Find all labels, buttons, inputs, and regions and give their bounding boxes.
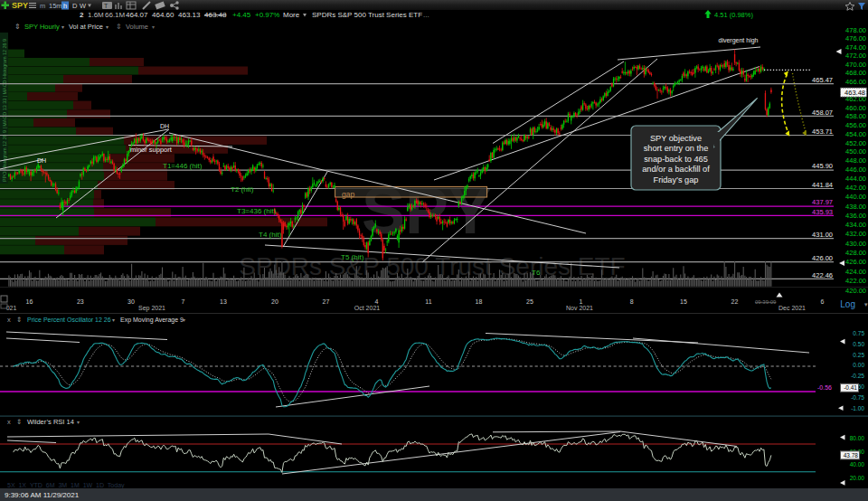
svg-text:short entry on the: short entry on the bbox=[644, 144, 709, 153]
svg-text:15: 15 bbox=[680, 298, 687, 305]
svg-text:15m: 15m bbox=[49, 2, 62, 10]
svg-text:472.00: 472.00 bbox=[845, 52, 866, 60]
svg-text:Oct 2021: Oct 2021 bbox=[354, 305, 381, 311]
svg-text:448.00: 448.00 bbox=[845, 156, 866, 165]
svg-text:minor support: minor support bbox=[130, 146, 173, 154]
svg-text:⇕: ⇕ bbox=[14, 23, 21, 31]
svg-text:422.00: 422.00 bbox=[845, 277, 866, 285]
svg-text:Vol at Price: Vol at Price bbox=[69, 23, 103, 31]
svg-text:0.25: 0.25 bbox=[853, 352, 864, 358]
svg-text:464.07: 464.07 bbox=[126, 11, 148, 19]
svg-text:478.00: 478.00 bbox=[845, 26, 866, 34]
svg-text:16: 16 bbox=[26, 298, 33, 305]
svg-text:458.07: 458.07 bbox=[812, 109, 833, 117]
svg-text:440.00: 440.00 bbox=[845, 193, 866, 201]
svg-text:0.75: 0.75 bbox=[853, 330, 864, 336]
svg-text:453.71: 453.71 bbox=[812, 128, 833, 136]
svg-text:18: 18 bbox=[476, 298, 483, 305]
svg-text:Sep 2021: Sep 2021 bbox=[138, 305, 165, 312]
svg-text:▾: ▾ bbox=[183, 317, 185, 323]
svg-text:...: ... bbox=[423, 11, 429, 19]
svg-text:438.00: 438.00 bbox=[845, 203, 866, 211]
svg-text:420.00: 420.00 bbox=[845, 287, 866, 295]
svg-text:452.00: 452.00 bbox=[845, 139, 866, 147]
svg-text:gap: gap bbox=[342, 190, 354, 199]
svg-text:6: 6 bbox=[821, 298, 825, 305]
svg-text:43.78: 43.78 bbox=[844, 452, 859, 458]
svg-text:441.84: 441.84 bbox=[812, 181, 833, 189]
svg-text:2: 2 bbox=[80, 11, 84, 19]
svg-text:0.00: 0.00 bbox=[853, 362, 864, 368]
svg-text:Exp Moving Average 9: Exp Moving Average 9 bbox=[120, 317, 184, 324]
svg-text:0.50: 0.50 bbox=[853, 341, 864, 347]
svg-text:445.90: 445.90 bbox=[812, 162, 833, 170]
svg-text:-0.56: -0.56 bbox=[817, 384, 832, 391]
svg-text:463.13: 463.13 bbox=[178, 11, 201, 19]
svg-text:426.00: 426.00 bbox=[845, 258, 866, 266]
svg-text:40.00: 40.00 bbox=[850, 461, 865, 468]
svg-text:DH: DH bbox=[160, 123, 169, 129]
svg-text:⇕: ⇕ bbox=[16, 316, 22, 324]
svg-text:Wilder’s RSI 14: Wilder’s RSI 14 bbox=[27, 418, 74, 426]
svg-text:D: D bbox=[72, 2, 78, 10]
svg-text:456.00: 456.00 bbox=[845, 121, 866, 129]
svg-text:▾: ▾ bbox=[77, 420, 80, 425]
svg-text:7: 7 bbox=[182, 298, 185, 305]
svg-text:-0.75: -0.75 bbox=[851, 394, 864, 401]
svg-text:Friday’s gap: Friday’s gap bbox=[654, 175, 699, 184]
svg-text:-0.41: -0.41 bbox=[844, 384, 857, 391]
svg-text:▾: ▾ bbox=[864, 301, 868, 307]
svg-text:80.00: 80.00 bbox=[850, 435, 865, 441]
svg-text:426.00: 426.00 bbox=[812, 254, 833, 262]
svg-text:464.60: 464.60 bbox=[152, 11, 175, 19]
svg-text:431.00: 431.00 bbox=[812, 231, 833, 239]
svg-text:More: More bbox=[283, 11, 300, 19]
svg-text:430.00: 430.00 bbox=[845, 240, 866, 248]
svg-text:11: 11 bbox=[425, 298, 431, 305]
svg-text:22: 22 bbox=[731, 298, 739, 305]
svg-text:460.00: 460.00 bbox=[845, 104, 866, 112]
svg-text:+4.45: +4.45 bbox=[232, 11, 251, 19]
svg-text:09:39:09: 09:39:09 bbox=[755, 299, 777, 305]
svg-text:436.00: 436.00 bbox=[845, 212, 866, 220]
svg-text:DH: DH bbox=[37, 157, 46, 164]
svg-text:⇕: ⇕ bbox=[16, 418, 22, 426]
svg-text:444.00: 444.00 bbox=[845, 175, 866, 183]
svg-text:and/or a backfill of: and/or a backfill of bbox=[642, 165, 710, 174]
svg-text:m: m bbox=[40, 2, 45, 10]
svg-text:Dec 2021: Dec 2021 bbox=[778, 305, 806, 311]
svg-text:h: h bbox=[63, 2, 67, 10]
svg-text:450.00: 450.00 bbox=[845, 147, 866, 156]
svg-text:x: x bbox=[7, 316, 11, 324]
svg-text:▾: ▾ bbox=[106, 24, 108, 30]
svg-text:66.1M: 66.1M bbox=[105, 11, 126, 19]
svg-text:465.47: 465.47 bbox=[812, 76, 833, 84]
svg-text:T4 (hit): T4 (hit) bbox=[259, 231, 282, 239]
svg-text:SPY Hourly: SPY Hourly bbox=[24, 23, 60, 31]
svg-text:458.00: 458.00 bbox=[845, 112, 866, 120]
svg-text:468.00: 468.00 bbox=[845, 69, 866, 77]
svg-text:T2 (hit): T2 (hit) bbox=[231, 185, 254, 194]
svg-text:T5 (hit): T5 (hit) bbox=[341, 253, 364, 261]
svg-text:▾: ▾ bbox=[152, 24, 155, 30]
svg-text:13: 13 bbox=[220, 298, 227, 305]
svg-text:463.48: 463.48 bbox=[204, 11, 227, 19]
svg-text:476.00: 476.00 bbox=[845, 34, 866, 43]
svg-text:Log: Log bbox=[840, 299, 855, 309]
svg-text:428.00: 428.00 bbox=[845, 249, 866, 257]
svg-text:T1=446 (hit): T1=446 (hit) bbox=[163, 162, 203, 170]
svg-text:23: 23 bbox=[77, 298, 84, 305]
svg-text:434.00: 434.00 bbox=[845, 221, 866, 229]
svg-text:SPDRs S&P 500 Trust Series ETF: SPDRs S&P 500 Trust Series ETF bbox=[312, 11, 422, 19]
svg-text:-0.25: -0.25 bbox=[851, 373, 864, 379]
svg-text:20.00: 20.00 bbox=[850, 475, 865, 481]
svg-text:20: 20 bbox=[271, 298, 278, 305]
svg-text:SPY objective: SPY objective bbox=[650, 134, 702, 143]
svg-text:30: 30 bbox=[127, 298, 135, 305]
svg-text:437.97: 437.97 bbox=[812, 198, 833, 206]
svg-text:divergent high: divergent high bbox=[719, 37, 759, 44]
svg-text:470.00: 470.00 bbox=[845, 61, 866, 69]
svg-text:Nov 2021: Nov 2021 bbox=[566, 305, 593, 311]
svg-text:T3=436 (hit): T3=436 (hit) bbox=[237, 207, 277, 215]
svg-text:9:39:06 AM 11/29/2021: 9:39:06 AM 11/29/2021 bbox=[5, 491, 80, 499]
